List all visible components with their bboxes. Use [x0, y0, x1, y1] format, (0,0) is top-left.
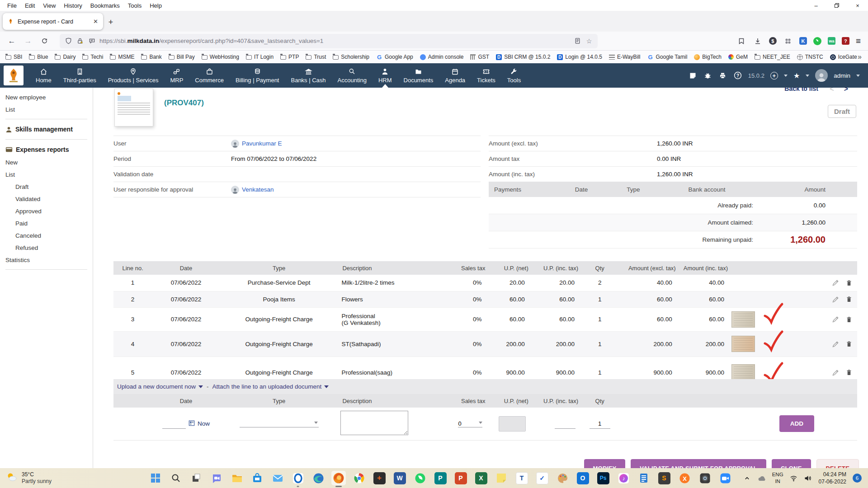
photoshop-icon[interactable]: Ps — [596, 471, 610, 485]
firefox-icon[interactable] — [331, 471, 346, 485]
sidebar-item-statistics[interactable]: Statistics — [5, 254, 93, 266]
sidebar-item-expense-list[interactable]: List — [5, 169, 93, 181]
sidebar-item-employee-list[interactable]: List — [5, 103, 93, 116]
receipt-thumbnail[interactable] — [731, 311, 755, 328]
whatsapp-icon[interactable] — [413, 471, 427, 485]
app-menu-item[interactable]: Banks | Cash — [285, 63, 331, 88]
sidebar-item-new-expense[interactable]: New — [5, 156, 93, 169]
xampp-icon[interactable]: X — [677, 471, 692, 485]
edit-icon[interactable] — [831, 368, 840, 377]
app-menu-item[interactable]: Documents — [398, 63, 439, 88]
menu-item[interactable]: Help — [146, 1, 165, 10]
calendar-icon[interactable] — [189, 420, 195, 427]
store-icon[interactable] — [250, 471, 264, 485]
bookmark-item[interactable]: BigTech — [694, 54, 722, 60]
bookmark-item[interactable]: Login @ 14.0.5 — [557, 54, 602, 60]
bookmark-item[interactable]: Google App — [376, 54, 413, 60]
type-select[interactable] — [240, 420, 314, 427]
extension-icon[interactable] — [783, 36, 793, 46]
opera-icon[interactable]: O — [576, 471, 590, 485]
file-explorer-icon[interactable] — [230, 471, 244, 485]
delete-icon[interactable] — [844, 339, 854, 348]
bookmark-item[interactable]: Bill Pay — [169, 54, 195, 60]
bookmark-item[interactable]: SBI CRM @ 15.0.2 — [496, 54, 550, 60]
bookmark-item[interactable]: PTP — [280, 54, 299, 60]
delete-icon[interactable] — [844, 278, 854, 287]
bookmark-star-icon[interactable]: ☆ — [585, 37, 593, 45]
bookmark-item[interactable]: SBI — [5, 54, 22, 60]
sidebar-item-canceled[interactable]: Canceled — [5, 230, 93, 242]
quick-add-icon[interactable]: + — [770, 72, 778, 80]
restore-button[interactable] — [826, 0, 847, 11]
people-app-icon[interactable] — [291, 471, 305, 485]
avatar[interactable] — [815, 69, 828, 82]
menu-icon[interactable]: ≡ — [856, 36, 861, 46]
app-menu-item[interactable]: Products | Services — [102, 63, 165, 88]
todo-icon[interactable]: ✓ — [535, 471, 549, 485]
whatsapp-extension-icon[interactable] — [813, 37, 821, 45]
bookmark-item[interactable]: Google Tamil — [647, 54, 688, 60]
keepass-icon[interactable]: K — [799, 37, 807, 45]
chevron-down-icon[interactable] — [856, 75, 860, 79]
tally-prime-icon[interactable]: T — [514, 471, 529, 485]
language-indicator[interactable]: ENGIN — [772, 471, 783, 485]
bookmark-item[interactable]: IT Login — [246, 54, 274, 60]
chevron-down-icon[interactable] — [806, 75, 809, 79]
weather-widget[interactable]: 35°CPartly sunny — [0, 471, 90, 485]
tally-icon[interactable]: + — [372, 471, 387, 485]
delete-icon[interactable] — [844, 368, 854, 377]
receipt-thumbnail[interactable] — [731, 364, 755, 380]
app-menu-item[interactable]: Tools — [501, 63, 527, 88]
itunes-icon[interactable]: ♪ — [616, 471, 631, 485]
app-menu-item[interactable]: Billing | Payment — [230, 63, 285, 88]
docs-icon[interactable] — [637, 471, 651, 485]
palette-icon[interactable] — [555, 471, 570, 485]
bookmark-item[interactable]: MSME — [110, 54, 134, 60]
sidebar-item-approved[interactable]: Approved — [5, 205, 93, 217]
bookmark-item[interactable]: Admin console — [420, 54, 464, 60]
permissions-icon[interactable] — [88, 37, 96, 45]
task-view-icon[interactable] — [189, 471, 203, 485]
reader-mode-icon[interactable] — [573, 37, 581, 45]
sidebar-section-skills[interactable]: Skills management — [5, 122, 93, 136]
document-preview-thumbnail[interactable] — [114, 89, 153, 127]
menu-item[interactable]: View — [39, 1, 59, 10]
camera-icon[interactable] — [698, 471, 712, 485]
start-icon[interactable] — [148, 471, 163, 485]
approver-link[interactable]: Venkatesan — [242, 186, 274, 193]
edge-icon[interactable] — [311, 471, 326, 485]
currency-extension-icon[interactable]: $ — [769, 37, 777, 45]
bookmark-item[interactable]: TNSTC — [797, 54, 823, 60]
sidebar-item-validated[interactable]: Validated — [5, 193, 93, 205]
browser-tab[interactable]: Expense report - Card ✕ — [3, 13, 103, 30]
search-icon[interactable] — [169, 471, 183, 485]
app-menu-item[interactable]: MRP — [164, 63, 189, 88]
print-icon[interactable] — [718, 71, 727, 80]
edit-icon[interactable] — [831, 295, 840, 304]
sidebar-item-draft[interactable]: Draft — [5, 181, 93, 193]
upload-document-link[interactable]: Upload a new document now — [117, 383, 203, 390]
new-tab-button[interactable]: + — [104, 15, 118, 29]
app-menu-item[interactable]: Third-parties — [57, 63, 102, 88]
note-icon[interactable] — [689, 71, 698, 80]
bookmarks-star-icon[interactable]: ★ — [793, 71, 800, 80]
menu-item[interactable]: History — [60, 1, 85, 10]
sidebar-section-expenses[interactable]: Expenses reports — [5, 143, 93, 156]
close-button[interactable]: × — [847, 0, 868, 11]
reload-button[interactable] — [37, 34, 52, 48]
menu-item[interactable]: Tools — [124, 1, 145, 10]
qty-input[interactable] — [590, 419, 610, 429]
bookmark-item[interactable]: Scholership — [333, 54, 369, 60]
edit-icon[interactable] — [831, 278, 840, 287]
mail-icon[interactable] — [270, 471, 285, 485]
notification-badge[interactable]: 6 — [853, 474, 862, 483]
bookmark-item[interactable]: Techi — [82, 54, 103, 60]
chrome-icon[interactable] — [352, 471, 366, 485]
app-menu-item[interactable]: HRM — [373, 63, 398, 88]
shield-icon[interactable] — [64, 37, 72, 45]
app-menu-item[interactable]: Home — [30, 63, 57, 88]
bookmark-item[interactable]: GeM — [728, 54, 748, 60]
app-menu-item[interactable]: Agenda — [439, 63, 471, 88]
bookmark-item[interactable]: Dairy — [55, 54, 75, 60]
edit-icon[interactable] — [831, 339, 840, 348]
